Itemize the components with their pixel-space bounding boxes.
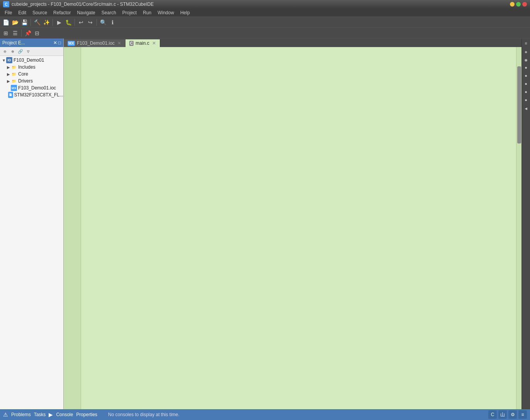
diff-btn[interactable]: ◉ — [523, 56, 530, 63]
toolbar-sep-2 — [52, 19, 53, 26]
tab-icon-c: C — [129, 41, 134, 46]
includes-folder-icon: 📁 — [11, 64, 17, 70]
scrollbar-thumb[interactable] — [517, 66, 521, 143]
undo-button[interactable]: ↩ — [77, 18, 85, 27]
menu-search[interactable]: Search — [98, 9, 119, 16]
sidebar-expand-btn[interactable]: ⊕ — [9, 48, 16, 55]
minimize-button[interactable] — [510, 2, 515, 7]
menu-edit[interactable]: Edit — [15, 9, 29, 16]
menu-window[interactable]: Window — [154, 9, 177, 16]
core-folder-icon: 📁 — [11, 71, 17, 77]
tab-close-mainc[interactable]: ✕ — [152, 40, 156, 46]
toolbar-main: 📄 📂 💾 🔨 ✨ ▶ 🐛 ↩ ↪ 🔍 ℹ — [0, 17, 530, 28]
main-layout: Project E... ✕ □ ⊖ ⊕ 🔗 ▽ ▼ ID F103_Demo0… — [0, 39, 530, 409]
status-bar: ⚠ Problems Tasks ▶ Console Properties No… — [0, 409, 530, 420]
csdn-btn[interactable]: C — [488, 410, 497, 419]
tab-bar: MX F103_Demo01.ioc ✕ C main.c ✕ — [64, 39, 522, 47]
tree-item-project[interactable]: ▼ ID F103_Demo01 — [0, 57, 63, 64]
project-icon: ID — [6, 57, 12, 63]
menu-run[interactable]: Run — [140, 9, 154, 16]
tree-item-ioc[interactable]: MX F103_Demo01.ioc — [0, 84, 63, 91]
editor-area: MX F103_Demo01.ioc ✕ C main.c ✕ — [64, 39, 522, 409]
tasks-label[interactable]: Tasks — [34, 412, 46, 417]
perspective-btn[interactable]: ⊞ — [2, 29, 10, 37]
project-tree: ▼ ID F103_Demo01 ▶ 📁 Includes ▶ 📁 Core — [0, 56, 63, 409]
layout-btn[interactable]: ⊟ — [33, 29, 41, 37]
tree-arrow-includes: ▶ — [6, 65, 11, 69]
sidebar-header-icons: ✕ □ — [53, 40, 61, 46]
run-button[interactable]: ▶ — [55, 18, 63, 27]
tab-mainc[interactable]: C main.c ✕ — [125, 39, 160, 47]
menu-refactor[interactable]: Refactor — [50, 9, 74, 16]
marker2-btn[interactable]: ● — [523, 73, 530, 79]
tree-item-core[interactable]: ▶ 📁 Core — [0, 71, 63, 78]
tab-close-ioc[interactable]: ✕ — [117, 40, 121, 46]
marker4-btn[interactable]: ● — [523, 89, 530, 96]
menu-project[interactable]: Project — [119, 9, 140, 16]
new-button[interactable]: 📄 — [2, 18, 10, 27]
tab-label-ioc: F103_Demo01.ioc — [77, 40, 115, 46]
sidebar-toolbar: ⊖ ⊕ 🔗 ▽ — [0, 47, 63, 56]
console-label[interactable]: Console — [56, 412, 73, 417]
window-controls[interactable] — [510, 2, 527, 7]
debug-button[interactable]: 🐛 — [64, 18, 73, 27]
marker3-btn[interactable]: ● — [523, 81, 530, 88]
sidebar-close-icon[interactable]: ✕ — [53, 40, 57, 46]
menu-help[interactable]: Help — [177, 9, 193, 16]
problems-label[interactable]: Problems — [11, 412, 31, 417]
tree-item-stm[interactable]: 📄 STM32F103C8TX_FL... — [0, 91, 63, 98]
marker6-btn[interactable]: ◀ — [523, 105, 530, 112]
menu-file[interactable]: File — [2, 9, 15, 16]
menu-source[interactable]: Source — [29, 9, 50, 16]
line-numbers — [64, 47, 81, 409]
menu-bar: File Edit Source Refactor Navigate Searc… — [0, 8, 530, 17]
info-button[interactable]: ℹ — [108, 18, 117, 27]
bookmark-btn[interactable]: ◈ — [523, 48, 530, 55]
title-bar: C cubeide_projects - F103_Demo01/Core/Sr… — [0, 0, 530, 8]
app-icon: C — [3, 1, 9, 7]
tree-label-project: F103_Demo01 — [14, 57, 44, 63]
outline-btn[interactable]: ≡ — [523, 40, 530, 47]
tree-item-includes[interactable]: ▶ 📁 Includes — [0, 64, 63, 71]
sidebar-maximize-icon[interactable]: □ — [58, 40, 61, 46]
open-button[interactable]: 📂 — [11, 18, 19, 27]
right-panel: ≡ ◈ ◉ ● ● ● ● ● ◀ — [522, 39, 530, 409]
search-button[interactable]: 🔍 — [99, 18, 107, 27]
tree-label-stm: STM32F103C8TX_FL... — [14, 92, 63, 98]
menu-navigate[interactable]: Navigate — [74, 9, 98, 16]
settings-btn2[interactable]: ⚙ — [508, 410, 517, 419]
marker5-btn[interactable]: ● — [523, 97, 530, 104]
properties-label[interactable]: Properties — [76, 412, 97, 417]
toolbar-sep-3 — [75, 19, 75, 26]
tab-label-mainc: main.c — [135, 40, 149, 46]
stm-file-icon: 📄 — [8, 92, 13, 98]
toolbar-sep-1 — [30, 19, 31, 26]
save-button[interactable]: 💾 — [20, 18, 29, 27]
sidebar-title: Project E... — [2, 40, 25, 46]
clean-button[interactable]: ✨ — [42, 18, 51, 27]
sidebar: Project E... ✕ □ ⊖ ⊕ 🔗 ▽ ▼ ID F103_Demo0… — [0, 39, 64, 409]
view-btn[interactable]: ☰ — [11, 29, 19, 37]
maximize-button[interactable] — [516, 2, 521, 7]
tree-label-core: Core — [18, 71, 28, 77]
console-icon: ▶ — [49, 412, 53, 418]
tab-icon-mx: MX — [68, 41, 75, 46]
pin-btn[interactable]: 📌 — [24, 29, 32, 37]
build-button[interactable]: 🔨 — [33, 18, 41, 27]
tab-ioc[interactable]: MX F103_Demo01.ioc ✕ — [64, 39, 125, 47]
drivers-folder-icon: 📁 — [11, 78, 17, 84]
close-button[interactable] — [522, 2, 527, 7]
code-content[interactable] — [81, 47, 516, 409]
sidebar-link-btn[interactable]: 🔗 — [17, 48, 24, 55]
sidebar-collapse-btn[interactable]: ⊖ — [2, 48, 8, 55]
extra-btn[interactable]: ≡ — [518, 410, 527, 419]
tree-item-drivers[interactable]: ▶ 📁 Drivers — [0, 78, 63, 84]
window-title: cubeide_projects - F103_Demo01/Core/Src/… — [12, 2, 154, 7]
redo-button[interactable]: ↪ — [86, 18, 95, 27]
sidebar-filter-btn[interactable]: ▽ — [25, 48, 32, 55]
vertical-scrollbar[interactable] — [516, 47, 522, 409]
sidebar-header: Project E... ✕ □ — [0, 39, 63, 47]
toolbar-sep-4 — [97, 19, 97, 26]
user-btn[interactable]: 山 — [498, 410, 507, 419]
marker-btn[interactable]: ● — [523, 64, 530, 71]
